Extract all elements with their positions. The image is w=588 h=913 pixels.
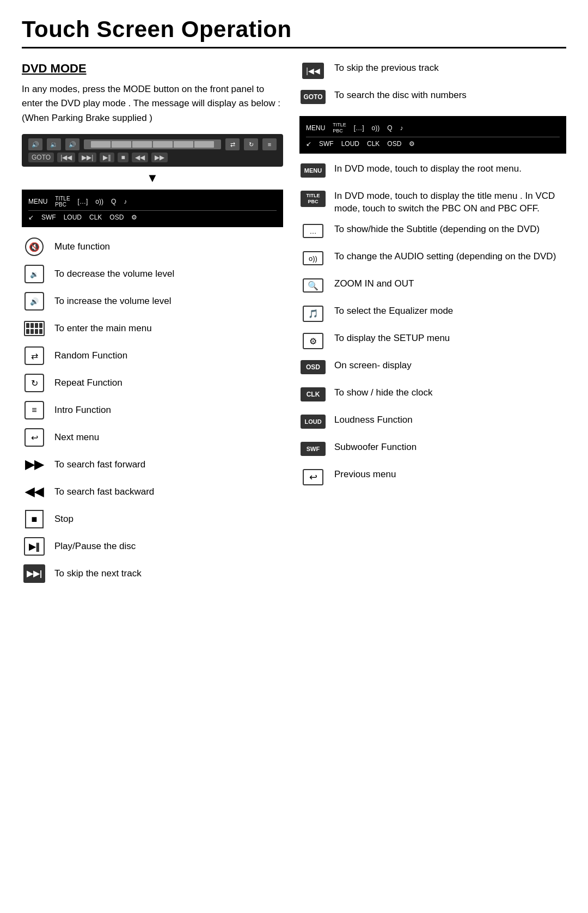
goto-text: To search the disc with numbers xyxy=(334,89,467,102)
vol-down-symbol: 🔉 xyxy=(30,270,39,278)
prev-menu-box: ↩ xyxy=(303,469,323,485)
feature-repeat: ↻ Repeat Function xyxy=(22,373,283,393)
repeat-text: Repeat Function xyxy=(54,376,122,389)
play-pause-icon: ▶‖ xyxy=(22,537,47,556)
menu-row-2: ↙ SWF LOUD CLK OSD ⚙ xyxy=(28,212,277,223)
title-pbc-symbol: TITLEPBC xyxy=(307,193,320,205)
loud-box: LOUD xyxy=(301,415,326,429)
setup-symbol: ⚙ xyxy=(309,336,317,346)
menu-item-r-swf: SWF xyxy=(319,140,334,148)
audio-text: To change the AUDIO setting (depending o… xyxy=(334,250,556,263)
intro-text: Intro Function xyxy=(54,404,111,417)
play-pause-box: ▶‖ xyxy=(24,537,45,556)
subtitle-box: … xyxy=(303,224,323,238)
random-text: Random Function xyxy=(54,349,127,362)
repeat-icon-panel: ↻ xyxy=(244,138,258,150)
feature-vol-up: 🔊 To increase the volume level xyxy=(22,291,283,311)
fast-fwd-symbol: ▶▶ xyxy=(25,458,44,472)
feature-audio: o)) To change the AUDIO setting (dependi… xyxy=(299,250,566,270)
fast-fwd-box: ▶▶ xyxy=(24,455,44,474)
menu-item-r-clk: CLK xyxy=(367,140,379,148)
subtitle-text: To show/hide the Subtitle (depending on … xyxy=(334,223,540,236)
fast-fwd-icon: ▶▶ xyxy=(22,455,47,474)
repeat-symbol: ↻ xyxy=(31,378,38,388)
feature-fast-fwd: ▶▶ To search fast forward xyxy=(22,455,283,474)
next-track-btn-panel[interactable]: ▶▶| xyxy=(78,153,96,162)
vol-up-symbol: 🔊 xyxy=(30,297,39,306)
display-btn-row: GOTO |◀◀ ▶▶| ▶‖ ■ ◀◀ ▶▶ xyxy=(28,153,277,162)
menu-item-music: ♪ xyxy=(124,198,127,205)
stop-text: Stop xyxy=(54,513,74,526)
feature-swf: SWF Subwoofer Function xyxy=(299,441,566,460)
list-icon-panel: ≡ xyxy=(262,138,277,150)
menu-divider-right xyxy=(306,137,560,137)
stop-icon: ■ xyxy=(22,509,47,529)
feature-skip-prev: |◀◀ To skip the previous track xyxy=(299,62,566,81)
prev-track-btn-panel[interactable]: |◀◀ xyxy=(57,153,75,162)
swf-text: Subwoofer Function xyxy=(334,441,416,454)
skip-prev-text: To skip the previous track xyxy=(334,62,439,75)
menu-btn-text: In DVD mode, touch to display the root m… xyxy=(334,162,522,175)
rew-btn-panel[interactable]: ◀◀ xyxy=(132,153,148,162)
clk-box: CLK xyxy=(301,387,326,401)
osd-text: On screen- display xyxy=(334,359,412,372)
ff-btn-panel[interactable]: ▶▶ xyxy=(151,153,168,162)
play-pause-symbol: ▶‖ xyxy=(29,541,40,552)
clk-symbol: CLK xyxy=(307,391,320,398)
menu-item-r-sub: […] xyxy=(354,124,364,132)
feature-next-menu: ↩ Next menu xyxy=(22,428,283,447)
menu-item-gear: ⚙ xyxy=(131,214,137,221)
zoom-text: ZOOM IN and OUT xyxy=(334,277,414,290)
vol-up-box: 🔊 xyxy=(24,292,44,311)
clk-icon: CLK xyxy=(299,386,327,401)
osd-box: OSD xyxy=(301,360,326,374)
goto-icon: GOTO xyxy=(299,89,327,104)
menu-item-loud: LOUD xyxy=(64,214,82,221)
title-pbc-text: In DVD mode, touch to display the title … xyxy=(334,190,566,216)
next-menu-text: Next menu xyxy=(54,431,99,444)
menu-item-r-title: TITLEPBC xyxy=(333,122,346,134)
intro-icon: ≡ xyxy=(22,400,47,420)
swf-icon: SWF xyxy=(299,441,327,456)
display-panel-1: 🔊 🔉 🔊 ⇄ ↻ ≡ GOTO xyxy=(22,134,283,167)
clk-text: To show / hide the clock xyxy=(334,386,432,399)
menu-btn-icon: MENU xyxy=(299,162,327,178)
menu-item-r-loud: LOUD xyxy=(341,140,359,148)
fast-fwd-text: To search fast forward xyxy=(54,458,145,471)
feature-main-menu: To enter the main menu xyxy=(22,319,283,338)
audio-icon: o)) xyxy=(299,250,327,265)
next-menu-icon: ↩ xyxy=(22,428,47,447)
feature-prev-menu: ↩ Previous menu xyxy=(299,468,566,488)
feature-zoom: 🔍 ZOOM IN and OUT xyxy=(299,277,566,297)
loud-symbol: LOUD xyxy=(304,418,321,425)
equalizer-box: 🎵 xyxy=(303,306,323,322)
equalizer-text: To select the Equalizer mode xyxy=(334,305,453,318)
zoom-icon: 🔍 xyxy=(299,277,327,293)
goto-btn-panel[interactable]: GOTO xyxy=(28,153,54,162)
skip-next-text: To skip the next track xyxy=(54,567,142,580)
feature-equalizer: 🎵 To select the Equalizer mode xyxy=(299,305,566,324)
mute-icon-panel: 🔊 xyxy=(28,138,42,150)
feature-intro: ≡ Intro Function xyxy=(22,400,283,420)
intro-box: ≡ xyxy=(24,401,44,419)
main-menu-text: To enter the main menu xyxy=(54,322,152,335)
menu-item-swf: SWF xyxy=(41,214,56,221)
prev-menu-symbol: ↩ xyxy=(309,471,317,483)
menu-row-right-2: ↙ SWF LOUD CLK OSD ⚙ xyxy=(306,138,560,149)
zoom-box: 🔍 xyxy=(303,278,323,293)
skip-prev-symbol: |◀◀ xyxy=(306,66,320,75)
osd-icon: OSD xyxy=(299,359,327,374)
main-menu-grid xyxy=(24,321,45,336)
swf-symbol: SWF xyxy=(307,446,320,452)
mute-icon-circle: 🔇 xyxy=(25,238,44,256)
feature-skip-next: ▶▶| To skip the next track xyxy=(22,564,283,583)
main-menu-icon xyxy=(22,319,47,338)
feature-stop: ■ Stop xyxy=(22,509,283,529)
skip-next-box: ▶▶| xyxy=(23,564,45,583)
repeat-box: ↻ xyxy=(24,374,44,392)
feature-fast-bwd: ◀◀ To search fast backward xyxy=(22,482,283,502)
menu-item-menu: MENU xyxy=(28,198,47,205)
stop-btn-panel[interactable]: ■ xyxy=(118,153,128,162)
play-btn-panel[interactable]: ▶‖ xyxy=(100,153,114,162)
play-pause-text: Play/Pause the disc xyxy=(54,540,136,553)
